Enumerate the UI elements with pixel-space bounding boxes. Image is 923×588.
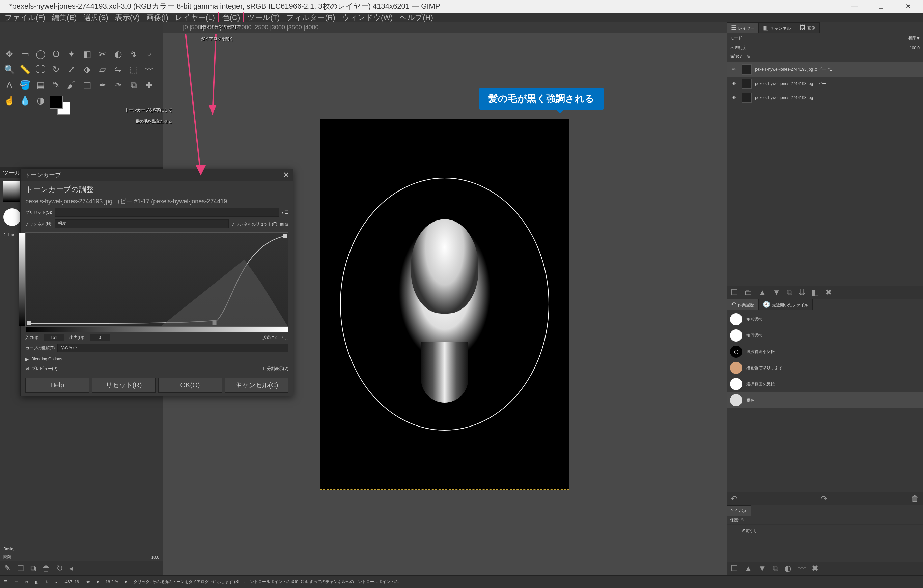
clear-undo-icon[interactable]: 🗑 [911, 494, 919, 503]
menu-windows[interactable]: ウィンドウ(W) [339, 13, 396, 23]
picker-tool[interactable]: ⌖ [142, 46, 156, 61]
del-icon[interactable]: 🗑 [42, 564, 50, 573]
sb-refresh-icon[interactable]: ↻ [45, 580, 49, 584]
canvas[interactable] [320, 119, 570, 490]
help-button[interactable]: Help [25, 378, 89, 393]
menu-filters[interactable]: フィルター(R) [283, 13, 339, 23]
channel-dropdown[interactable]: 明度 [55, 219, 229, 228]
sb-dup-icon[interactable]: ⧉ [25, 580, 28, 584]
lasso-tool[interactable]: ʘ [49, 46, 63, 61]
rect-select-tool[interactable]: ▭ [18, 46, 32, 61]
edit-icon[interactable]: ✎ [4, 564, 11, 573]
menu-image[interactable]: 画像(I) [143, 13, 172, 23]
history-item[interactable]: 矩形選択 [727, 311, 923, 328]
warp-tool[interactable]: 〰 [142, 62, 156, 77]
eye-icon[interactable]: 👁 [730, 81, 738, 86]
sb-menu-icon[interactable]: ◂ [55, 580, 57, 584]
layers-tab[interactable]: ☰ レイヤー [727, 22, 759, 33]
spacing-value[interactable]: 10.0 [151, 555, 159, 560]
scissors-tool[interactable]: ✂ [95, 46, 110, 61]
maximize-button[interactable]: □ [868, 0, 895, 13]
unit-dropdown[interactable]: px [86, 580, 90, 584]
path-sel-icon[interactable]: ◐ [784, 564, 792, 573]
curve-kind-dropdown[interactable]: なめらか [57, 344, 288, 352]
format-buttons[interactable]: • ⬚ [282, 335, 288, 340]
channels-tab[interactable]: ▥ チャンネル [759, 22, 795, 33]
heal-tool[interactable]: ✚ [142, 77, 156, 92]
refresh-icon[interactable]: ↻ [56, 564, 63, 573]
foreground-tool[interactable]: ◐ [111, 46, 125, 61]
group-icon[interactable]: 🗀 [744, 288, 752, 297]
curve-editor[interactable] [25, 232, 288, 327]
dup-icon[interactable]: ⧉ [30, 564, 36, 573]
blur-tool[interactable]: 💧 [18, 93, 32, 108]
dup-layer-icon[interactable]: ⧉ [787, 288, 792, 297]
new-icon[interactable]: ☐ [17, 564, 24, 573]
opacity-value[interactable]: 100.0 [910, 46, 920, 50]
up-icon[interactable]: ▲ [759, 288, 767, 297]
sb-mask-icon[interactable]: ◧ [35, 580, 38, 584]
layer-item[interactable]: 👁pexels-hywel-jones-2744193.jpg コピー [727, 77, 923, 91]
histogram-type-icon[interactable]: ▦ ▨ [280, 221, 288, 226]
paths-tool[interactable]: ↯ [126, 46, 141, 61]
menu-file[interactable]: ファイル(F) [2, 13, 49, 23]
move-tool[interactable]: ✥ [2, 46, 17, 61]
smudge-tool[interactable]: ☝ [2, 93, 17, 108]
airbrush-tool[interactable]: ✒ [95, 77, 110, 92]
menu-edit[interactable]: 編集(E) [49, 13, 80, 23]
undo-icon[interactable]: ↶ [731, 494, 737, 503]
blending-options[interactable]: Blending Options [31, 357, 62, 362]
eraser-tool[interactable]: ◫ [80, 77, 94, 92]
undo-tab[interactable]: ↶ 作業履歴 [727, 299, 759, 310]
path-item[interactable]: 名前なし [727, 525, 923, 537]
measure-tool[interactable]: 📏 [18, 62, 32, 77]
reset-button[interactable]: リセット(R) [92, 378, 156, 393]
path-del-icon[interactable]: ✖ [812, 564, 818, 573]
crop-tool[interactable]: ⛶ [33, 62, 48, 77]
menu-icon[interactable]: ◂ [69, 564, 73, 573]
new-path-icon[interactable]: ☐ [731, 564, 738, 573]
paths-tab[interactable]: 〰 パス [727, 505, 751, 516]
minimize-button[interactable]: — [841, 0, 868, 13]
mode-value[interactable]: 標準 [908, 35, 916, 41]
mask-icon[interactable]: ◧ [811, 288, 819, 297]
layer-item[interactable]: 👁pexels-hywel-jones-2744193.jpg [727, 91, 923, 105]
fuzzy-select-tool[interactable]: ✦ [64, 46, 79, 61]
brush-tool[interactable]: 🖌 [64, 77, 79, 92]
text-tool[interactable]: A [2, 77, 17, 92]
flip-tool[interactable]: ⇋ [111, 62, 125, 77]
menu-tools[interactable]: ツール(T) [244, 13, 283, 23]
clone-tool[interactable]: ⧉ [126, 77, 141, 92]
rotate-tool[interactable]: ↻ [49, 62, 63, 77]
path-up-icon[interactable]: ▲ [744, 564, 752, 573]
delete-layer-icon[interactable]: ✖ [825, 288, 832, 297]
shear-tool[interactable]: ⬗ [80, 62, 94, 77]
split-checkbox[interactable]: 分割表示(V) [267, 366, 288, 372]
channel-reset-button[interactable]: チャンネルのリセット(E) [232, 221, 277, 227]
zoom-dropdown[interactable]: 18.2 % [105, 580, 118, 584]
sb-icon[interactable]: ☰ [4, 580, 8, 584]
redo-icon[interactable]: ↷ [821, 494, 828, 503]
recent-tab[interactable]: 🕘 最近開いたファイル [759, 299, 813, 310]
zoom-tool[interactable]: 🔍 [2, 62, 17, 77]
layer-item[interactable]: 👁pexels-hywel-jones-2744193.jpg コピー #1 [727, 62, 923, 77]
sb-sel-icon[interactable]: ▭ [15, 580, 18, 584]
ink-tool[interactable]: ✑ [111, 77, 125, 92]
dodge-tool[interactable]: ◑ [33, 93, 48, 108]
history-item[interactable]: 描画色で塗りつぶす [727, 360, 923, 376]
path-down-icon[interactable]: ▼ [759, 564, 767, 573]
brush-thumb[interactable] [3, 208, 21, 226]
cancel-button[interactable]: キャンセル(C) [225, 378, 288, 393]
cage-tool[interactable]: ⬚ [126, 62, 141, 77]
pencil-tool[interactable]: ✎ [49, 77, 63, 92]
dialog-close-icon[interactable]: ✕ [283, 170, 289, 179]
input-field[interactable] [44, 334, 64, 341]
eye-icon[interactable]: 👁 [730, 95, 738, 100]
close-button[interactable]: ✕ [895, 0, 921, 13]
menu-select[interactable]: 選択(S) [80, 13, 111, 23]
history-item[interactable]: ◯選択範囲を反転 [727, 344, 923, 360]
images-tab[interactable]: 🖼 画像 [795, 22, 820, 33]
by-color-tool[interactable]: ◧ [80, 46, 94, 61]
perspective-tool[interactable]: ▱ [95, 62, 110, 77]
eye-icon[interactable]: 👁 [730, 67, 738, 72]
